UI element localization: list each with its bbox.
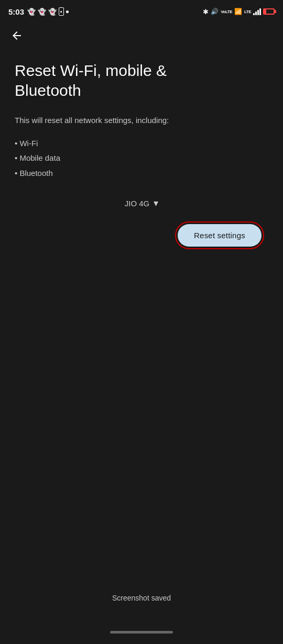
notification-dot — [66, 10, 69, 13]
app-icon-4: ▪ — [59, 7, 64, 16]
page-title: Reset Wi-Fi, mobile & Bluetooth — [15, 61, 268, 100]
description-text: This will reset all network settings, in… — [15, 115, 268, 127]
app-icon-3: 👻 — [48, 8, 57, 16]
reset-button-highlight: Reset settings — [175, 221, 264, 249]
dropdown-arrow-icon: ▾ — [154, 197, 158, 209]
volte-badge: VoLTE — [221, 9, 232, 14]
status-right: ✱ 🔊 VoLTE 📶 LTE — [203, 8, 275, 16]
volume-icon: 🔊 — [211, 8, 219, 15]
list-item-wifi: • Wi-Fi — [15, 136, 268, 151]
status-time: 5:03 — [8, 7, 24, 16]
back-button[interactable] — [0, 21, 34, 50]
reset-button-row: Reset settings — [15, 221, 268, 249]
reset-settings-button[interactable]: Reset settings — [178, 224, 262, 247]
lte-badge: LTE — [244, 9, 251, 14]
sim-dropdown-row: JIO 4G ▾ — [15, 197, 268, 209]
bluetooth-status-icon: ✱ — [203, 8, 209, 16]
status-left: 5:03 👻 👻 👻 ▪ — [8, 7, 69, 16]
wifi-icon: 📶 — [234, 8, 242, 15]
battery-icon — [263, 8, 275, 15]
app-icon-1: 👻 — [27, 8, 36, 16]
network-list: • Wi-Fi • Mobile data • Bluetooth — [15, 136, 268, 181]
list-item-mobile-data: • Mobile data — [15, 151, 268, 166]
signal-strength-icon — [253, 8, 261, 15]
bottom-nav-bar — [110, 631, 173, 634]
app-icon-2: 👻 — [38, 8, 46, 16]
status-icons-left: 👻 👻 👻 ▪ — [27, 7, 69, 16]
sim-selector[interactable]: JIO 4G ▾ — [125, 197, 159, 209]
list-item-bluetooth: • Bluetooth — [15, 166, 268, 181]
status-bar: 5:03 👻 👻 👻 ▪ ✱ 🔊 VoLTE 📶 LTE — [0, 0, 283, 21]
back-arrow-icon — [10, 29, 23, 42]
sim-selected-label: JIO 4G — [125, 199, 150, 208]
toast-message: Screenshot saved — [112, 594, 171, 602]
main-content: Reset Wi-Fi, mobile & Bluetooth This wil… — [0, 50, 283, 270]
